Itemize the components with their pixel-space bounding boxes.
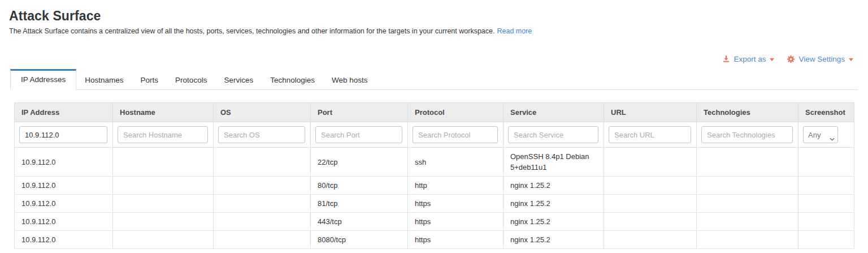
page-title: Attack Surface [9,8,868,23]
cell-protocol: https [408,195,504,213]
cell-service: nginx 1.25.2 [504,195,604,213]
cell-ip: 10.9.112.0 [15,195,113,213]
cell-os [214,177,311,195]
cell-url [604,195,697,213]
technologies-filter-input[interactable] [701,126,793,143]
cell-screenshot [798,195,854,213]
column-header-screenshot[interactable]: Screenshot [798,103,854,122]
cell-technologies [697,213,798,231]
table-row: 10.9.112.0 81/tcp https nginx 1.25.2 [15,195,854,213]
column-header-hostname[interactable]: Hostname [113,103,214,122]
tab-ports[interactable]: Ports [132,71,167,89]
tab-technologies[interactable]: Technologies [262,71,323,89]
tab-services[interactable]: Services [215,71,262,89]
cell-url [604,213,697,231]
column-header-ip-address[interactable]: IP Address [15,103,113,122]
tab-hostnames[interactable]: Hostnames [76,71,132,89]
cell-service: nginx 1.25.2 [504,213,604,231]
cell-ip: 10.9.112.0 [15,177,113,195]
cell-screenshot [798,213,854,231]
page-header: Attack Surface The Attack Surface contai… [0,0,868,36]
chevron-down-icon [849,58,853,61]
cell-hostname [113,177,214,195]
cell-protocol: https [408,213,504,231]
cell-service: OpenSSH 8.4p1 Debian 5+deb11u1 [504,148,604,177]
view-settings-button[interactable]: View Settings [787,55,853,63]
export-as-label: Export as [734,55,766,63]
page-description: The Attack Surface contains a centralize… [9,27,494,35]
tab-protocols[interactable]: Protocols [167,71,215,89]
hostname-filter-input[interactable] [118,126,208,143]
table-row: 10.9.112.0 8080/tcp https nginx 1.25.2 [15,231,854,249]
table-row: 10.9.112.0 22/tcp ssh OpenSSH 8.4p1 Debi… [15,148,854,177]
cell-os [214,195,311,213]
download-icon [722,55,730,63]
table-filter-row: Any [15,122,854,148]
cell-hostname [113,148,214,177]
cell-url [604,231,697,249]
port-filter-input[interactable] [315,126,402,143]
cell-hostname [113,195,214,213]
cell-os [214,213,311,231]
column-header-url[interactable]: URL [604,103,697,122]
cell-service: nginx 1.25.2 [504,177,604,195]
cell-protocol: https [408,231,504,249]
column-header-technologies[interactable]: Technologies [697,103,798,122]
cell-ip: 10.9.112.0 [15,213,113,231]
page-subtitle: The Attack Surface contains a centralize… [9,27,868,36]
tab-web-hosts[interactable]: Web hosts [323,71,376,89]
screenshot-filter-select[interactable]: Any [803,126,838,143]
attack-surface-table: IP Address Hostname OS Port Protocol Ser… [14,102,854,249]
cell-screenshot [798,231,854,249]
ip-address-filter-input[interactable] [19,126,107,143]
cell-hostname [113,213,214,231]
cell-ip: 10.9.112.0 [15,231,113,249]
cell-port: 22/tcp [311,148,408,177]
cell-port: 443/tcp [311,213,408,231]
column-header-protocol[interactable]: Protocol [408,103,504,122]
screenshot-filter: Any [803,126,838,143]
cell-url [604,177,697,195]
chevron-down-icon [770,58,774,61]
service-filter-input[interactable] [508,126,598,143]
cell-port: 8080/tcp [311,231,408,249]
view-settings-label: View Settings [798,55,845,63]
url-filter-input[interactable] [609,126,691,143]
cell-technologies [697,148,798,177]
column-header-os[interactable]: OS [214,103,311,122]
cell-screenshot [798,177,854,195]
tab-bar: IP Addresses Hostnames Ports Protocols S… [10,69,858,90]
os-filter-input[interactable] [218,126,305,143]
cell-ip: 10.9.112.0 [15,148,113,177]
cell-technologies [697,195,798,213]
cell-url [604,148,697,177]
cell-os [214,231,311,249]
table-header-row: IP Address Hostname OS Port Protocol Ser… [15,103,854,122]
cell-technologies [697,231,798,249]
export-as-button[interactable]: Export as [722,55,774,63]
cell-hostname [113,231,214,249]
toolbar: Export as View Settings [0,53,853,65]
cell-technologies [697,177,798,195]
cell-service: nginx 1.25.2 [504,231,604,249]
column-header-service[interactable]: Service [504,103,604,122]
table-row: 10.9.112.0 80/tcp http nginx 1.25.2 [15,177,854,195]
protocol-filter-input[interactable] [413,126,498,143]
gear-icon [787,55,795,63]
table-row: 10.9.112.0 443/tcp https nginx 1.25.2 [15,213,854,231]
cell-screenshot [798,148,854,177]
cell-os [214,148,311,177]
tab-ip-addresses[interactable]: IP Addresses [10,69,76,90]
read-more-link[interactable]: Read more [497,27,532,35]
cell-protocol: ssh [408,148,504,177]
cell-port: 81/tcp [311,195,408,213]
cell-protocol: http [408,177,504,195]
cell-port: 80/tcp [311,177,408,195]
column-header-port[interactable]: Port [311,103,408,122]
